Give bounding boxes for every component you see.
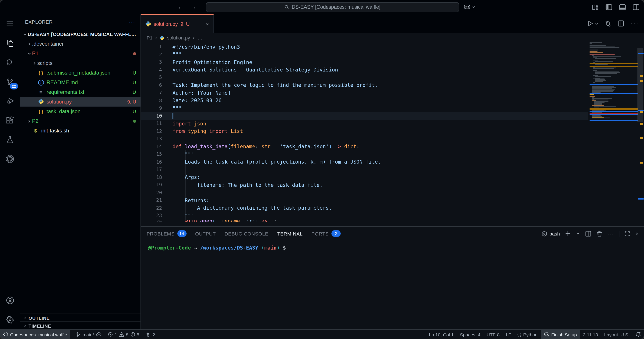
explorer-item-ds-easy-codespaces-musical-waffle-[interactable]: DS-EASY [CODESPACES: MUSICAL WAFFLE]: [20, 29, 140, 39]
code-line-19: 19 filename: The path to the task data f…: [141, 181, 588, 189]
file-tree: DS-EASY [CODESPACES: MUSICAL WAFFLE].dev…: [20, 29, 140, 314]
sidebar-title: EXPLORER: [25, 19, 53, 24]
split-editor-icon[interactable]: [618, 20, 624, 27]
explorer-more-actions[interactable]: ···: [129, 19, 135, 24]
extensions-icon: [6, 116, 14, 124]
code-line-1: 1#!/usr/bin/env python3: [141, 43, 588, 51]
explorer-item-init-tasks-sh[interactable]: $init-tasks.sh: [20, 126, 140, 135]
beaker-icon: [6, 135, 14, 144]
encoding-status[interactable]: UTF-8: [484, 330, 503, 339]
command-center-search[interactable]: DS-EASY [Codespaces: musical waffle]: [206, 2, 459, 12]
panel-more-actions[interactable]: ···: [608, 231, 614, 236]
tab-solution-py[interactable]: solution.py 9, U ×: [141, 14, 214, 33]
code-line-2: 2""": [141, 51, 588, 58]
info-icon: i: [38, 80, 44, 85]
open-changes-icon[interactable]: [604, 20, 612, 27]
bottom-panel: PROBLEMS14OUTPUTDEBUG CONSOLETERMINALPOR…: [141, 226, 644, 329]
panel-tab-terminal[interactable]: TERMINAL: [277, 227, 303, 240]
code-line-9: 9""": [141, 104, 588, 112]
toggle-panel-icon[interactable]: [619, 4, 626, 10]
code-line-21: 21 Returns:: [141, 196, 588, 204]
close-tab-icon[interactable]: ×: [206, 21, 209, 27]
cursor-position[interactable]: Ln 10, Col 1: [426, 330, 457, 339]
terminal-content[interactable]: @Prompter-Code → /workspaces/DS-EASY (ma…: [141, 240, 644, 329]
panel-tab-ports[interactable]: PORTS2: [312, 227, 340, 240]
timeline-section[interactable]: TIMELINE: [20, 322, 140, 329]
python-icon: [160, 35, 165, 40]
settings-button[interactable]: [0, 310, 20, 329]
explorer-item-p1[interactable]: P1: [20, 49, 140, 58]
search-icon: [6, 58, 14, 66]
run-debug-view-button[interactable]: [0, 91, 20, 110]
remote-icon: [3, 332, 8, 337]
explorer-view-button[interactable]: [0, 33, 20, 53]
finish-setup-button[interactable]: Finish Setup: [540, 330, 580, 339]
minimap[interactable]: [590, 42, 638, 226]
menu-button[interactable]: [0, 14, 20, 33]
bell-icon: [636, 332, 641, 337]
panel-tab-debug-console[interactable]: DEBUG CONSOLE: [224, 227, 268, 240]
panel-tab-problems[interactable]: PROBLEMS14: [146, 227, 186, 240]
source-control-view-button[interactable]: 22: [0, 72, 20, 91]
breadcrumb-file[interactable]: solution.py: [167, 35, 190, 40]
explorer-item-scripts[interactable]: scripts: [20, 58, 140, 68]
ports-status[interactable]: 2: [142, 330, 158, 339]
svg-text:$: $: [543, 232, 544, 235]
code-editor[interactable]: 1#!/usr/bin/env python32"""3Profit Optim…: [141, 42, 644, 226]
search-view-button[interactable]: [0, 53, 20, 72]
panel-tab-output[interactable]: OUTPUT: [195, 227, 216, 240]
github-icon: [5, 154, 14, 163]
chevron-right-icon: [155, 36, 158, 39]
explorer-item--submission-metadata-json[interactable]: { }.submission_metadata.jsonU: [20, 68, 140, 78]
explorer-item-task-data-json[interactable]: { }task_data.jsonU: [20, 107, 140, 116]
branch-status[interactable]: main*: [73, 330, 105, 339]
copilot-menu[interactable]: [464, 4, 476, 10]
explorer-item-readme-md[interactable]: iREADME.mdU: [20, 78, 140, 87]
explorer-item--devcontainer[interactable]: .devcontainer: [20, 39, 140, 49]
chevron-right-icon: [23, 324, 27, 327]
explorer-item-p2[interactable]: P2: [20, 116, 140, 126]
kill-terminal-icon[interactable]: [597, 231, 602, 237]
breadcrumb-symbol[interactable]: …: [198, 35, 202, 40]
split-terminal-icon[interactable]: [586, 231, 592, 237]
remote-indicator[interactable]: Codespaces: musical waffle: [0, 330, 70, 339]
terminal-dropdown-icon[interactable]: [576, 232, 580, 236]
notifications-button[interactable]: [632, 330, 644, 339]
maximize-panel-icon[interactable]: [625, 231, 630, 236]
customize-layout-icon[interactable]: [592, 4, 599, 10]
title-bar: ← → DS-EASY [Codespaces: musical waffle]: [0, 0, 644, 14]
testing-view-button[interactable]: [0, 130, 20, 149]
extensions-view-button[interactable]: [0, 110, 20, 130]
new-terminal-icon[interactable]: [565, 231, 571, 236]
copilot-icon: [464, 4, 470, 10]
close-panel-icon[interactable]: ×: [636, 230, 639, 237]
explorer-sidebar: EXPLORER ··· DS-EASY [CODESPACES: MUSICA…: [20, 14, 141, 329]
github-view-button[interactable]: [0, 149, 20, 168]
toggle-primary-sidebar-icon[interactable]: [605, 4, 612, 10]
github-icon: [544, 332, 550, 337]
code-line-15: 15 """: [141, 150, 588, 158]
code-line-23: 23 """: [141, 212, 588, 220]
indentation-status[interactable]: Spaces: 4: [457, 330, 483, 339]
run-python-file-button[interactable]: [587, 20, 598, 27]
error-icon: [108, 332, 113, 337]
eol-status[interactable]: LF: [503, 330, 514, 339]
keyboard-layout[interactable]: Layout: U.S.: [601, 330, 632, 339]
python-version[interactable]: 3.11.13: [580, 330, 601, 339]
outline-section[interactable]: OUTLINE: [20, 314, 140, 322]
problems-status[interactable]: 1 8 5: [105, 330, 142, 339]
language-mode[interactable]: { } Python: [514, 330, 540, 339]
breadcrumb-folder[interactable]: P1: [146, 35, 152, 40]
toggle-secondary-sidebar-icon[interactable]: [632, 4, 640, 10]
accounts-button[interactable]: [0, 291, 20, 310]
explorer-item-requirements-txt[interactable]: ≡requirements.txtU: [20, 87, 140, 97]
back-icon[interactable]: ←: [177, 3, 184, 10]
menu-icon: [6, 21, 14, 26]
terminal-instance[interactable]: $ bash: [541, 231, 560, 237]
code-line-7: 7Author: [Your Name]: [141, 89, 588, 97]
code-line-22: 22 A dictionary containing the task para…: [141, 204, 588, 212]
forward-icon[interactable]: →: [190, 3, 197, 10]
activity-bar: 22: [0, 14, 20, 329]
explorer-item-solution-py[interactable]: solution.py9, U: [20, 97, 140, 107]
editor-more-actions[interactable]: ···: [630, 19, 639, 27]
